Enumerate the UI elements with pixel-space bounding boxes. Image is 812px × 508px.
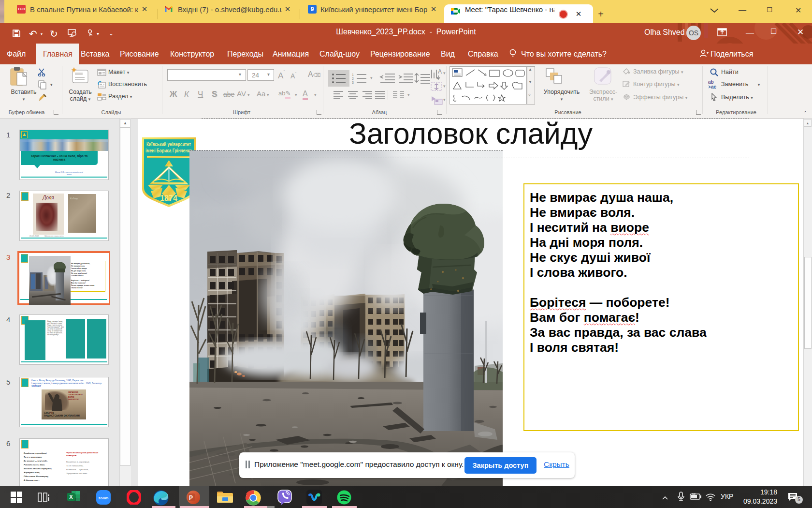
svg-text:1: 1 xyxy=(352,73,354,76)
svg-text:ac: ac xyxy=(711,84,717,89)
svg-text:zoom: zoom xyxy=(99,496,109,500)
svg-text:P: P xyxy=(189,494,193,501)
svg-text:2: 2 xyxy=(352,77,354,80)
svg-text:X: X xyxy=(69,494,73,500)
svg-text:1874: 1874 xyxy=(160,194,177,202)
svg-text:3: 3 xyxy=(352,81,354,84)
svg-text:Київський університет: Київський університет xyxy=(146,141,191,147)
svg-text:імені Бориса Грінченка: імені Бориса Грінченка xyxy=(145,148,192,153)
svg-text:А: А xyxy=(438,68,442,75)
